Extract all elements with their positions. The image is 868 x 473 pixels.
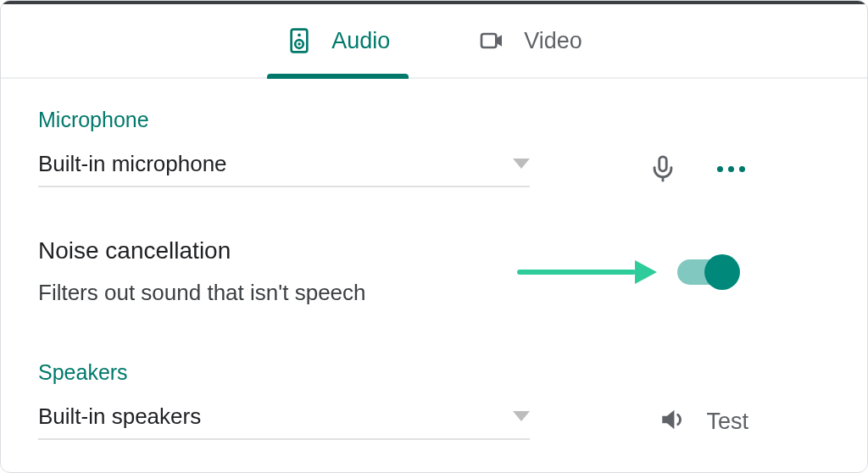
tab-bar: Audio Video [1, 4, 867, 79]
content-area: Microphone Built-in microphone [1, 79, 867, 472]
microphone-heading: Microphone [38, 108, 830, 132]
tab-audio-label: Audio [331, 28, 390, 54]
speaker-icon [286, 27, 313, 54]
switch-thumb [704, 254, 740, 290]
tab-audio[interactable]: Audio [267, 4, 409, 77]
noise-cancellation-description: Filters out sound that isn't speech [38, 280, 517, 306]
speakers-selected-value: Built-in speakers [38, 403, 201, 430]
noise-cancellation-toggle[interactable] [677, 259, 733, 285]
tab-video[interactable]: Video [459, 4, 601, 77]
microphone-select[interactable]: Built-in microphone [38, 151, 530, 187]
microphone-icon [648, 154, 677, 183]
speakers-select[interactable]: Built-in speakers [38, 403, 530, 440]
microphone-section: Microphone Built-in microphone [38, 108, 830, 190]
chevron-down-icon [513, 411, 530, 421]
noise-cancellation-section: Noise cancellation Filters out sound tha… [38, 237, 830, 306]
volume-icon [659, 405, 687, 437]
speakers-trailing: Test [659, 405, 830, 437]
microphone-selected-value: Built-in microphone [38, 151, 227, 177]
test-label: Test [706, 409, 748, 435]
annotation-arrow-icon [517, 262, 657, 282]
settings-panel: Audio Video Microphone Built-in micropho… [0, 0, 868, 473]
speakers-heading: Speakers [38, 360, 830, 385]
svg-point-1 [298, 33, 301, 36]
noise-cancellation-title: Noise cancellation [38, 237, 517, 264]
test-speakers-button[interactable]: Test [659, 405, 748, 437]
more-horiz-icon [717, 166, 745, 172]
overflow-menu-button[interactable] [716, 154, 745, 183]
microphone-trailing [648, 154, 830, 183]
active-tab-indicator [267, 74, 409, 79]
chevron-down-icon [513, 159, 530, 169]
tab-video-label: Video [524, 28, 582, 54]
speakers-row: Built-in speakers Test [38, 400, 830, 442]
microphone-row: Built-in microphone [38, 147, 830, 190]
svg-point-3 [298, 42, 300, 45]
videocam-icon [478, 27, 505, 54]
speakers-section: Speakers Built-in speakers Test [38, 360, 830, 442]
svg-rect-4 [481, 34, 496, 47]
svg-rect-5 [659, 157, 667, 171]
